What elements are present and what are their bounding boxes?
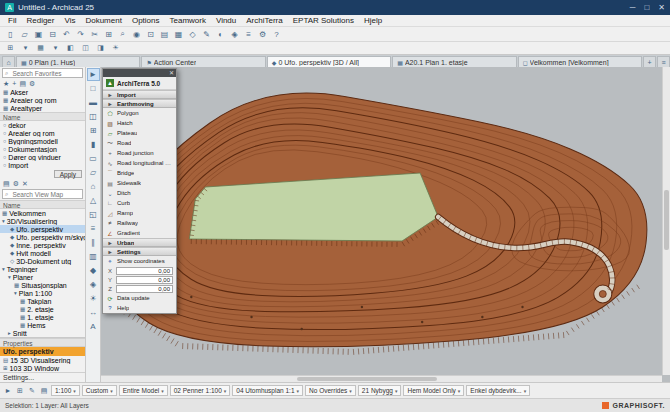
- render-icon[interactable]: ◐: [214, 28, 227, 40]
- statusbar-dropdown[interactable]: 21 Nybygg ▾: [358, 385, 402, 396]
- grid-icon[interactable]: ⊞: [15, 387, 25, 395]
- arrow-mode-icon[interactable]: ►: [3, 387, 13, 394]
- architerra-item[interactable]: ▸ Import: [103, 90, 176, 99]
- viewmap-item[interactable]: ▦ 2. etasje: [0, 305, 85, 313]
- save-icon[interactable]: ▣: [32, 28, 45, 40]
- tab-overflow-button[interactable]: ≡: [657, 56, 670, 67]
- viewmap-item[interactable]: ▸ Snitt: [0, 329, 85, 337]
- layer-item[interactable]: ○ Dokumentasjon: [0, 145, 85, 153]
- new-file-icon[interactable]: ▯: [4, 28, 17, 40]
- menu-item[interactable]: Hjelp: [359, 16, 387, 25]
- favorite-item[interactable]: ▦ Akser: [0, 88, 85, 96]
- print-icon[interactable]: ⊟: [46, 28, 59, 40]
- column-tool[interactable]: ▮: [87, 138, 100, 151]
- favorites-search-input[interactable]: [10, 69, 80, 78]
- favorite-item[interactable]: ▦ Arealtyper: [0, 104, 85, 112]
- coordinate-value[interactable]: 0,00: [116, 276, 173, 284]
- menu-item[interactable]: EPTAR Solutions: [288, 16, 359, 25]
- gear-icon[interactable]: ⚙: [13, 180, 19, 188]
- viewmap-item[interactable]: ▦ Hems: [0, 321, 85, 329]
- architerra-item[interactable]: ⌄ Ditch: [103, 188, 176, 198]
- viewmap-item[interactable]: ◆ Ufo. perspektiv: [0, 225, 85, 233]
- layer-item[interactable]: ○ dekor: [0, 121, 85, 129]
- partial-structure-icon[interactable]: ◧: [64, 43, 77, 54]
- viewmap-item[interactable]: ▾ Planer: [0, 273, 85, 281]
- zone-tool[interactable]: ◱: [87, 208, 100, 221]
- railing-tool[interactable]: ∥: [87, 236, 100, 249]
- vertical-scrollbar-thumb[interactable]: [664, 190, 669, 250]
- cut-icon[interactable]: ✂: [88, 28, 101, 40]
- maximize-button[interactable]: □: [644, 3, 649, 12]
- beam-tool[interactable]: ▭: [87, 152, 100, 165]
- roof-tool[interactable]: ⌂: [87, 180, 100, 193]
- 3d-view-icon[interactable]: ◈: [228, 28, 241, 40]
- trace-reference-icon[interactable]: ◫: [79, 43, 92, 54]
- architerra-item[interactable]: ▱ Plateau: [103, 128, 176, 138]
- horizontal-scrollbar[interactable]: [101, 375, 662, 382]
- architerra-item[interactable]: ▨ Hatch: [103, 118, 176, 128]
- chevron-down-icon[interactable]: ▾: [49, 43, 62, 54]
- architerra-item[interactable]: ▤ Sidewalk: [103, 178, 176, 188]
- home-tab-icon[interactable]: ⌂: [2, 56, 15, 67]
- text-tool[interactable]: A: [87, 320, 100, 333]
- architerra-item[interactable]: + Road junction: [103, 148, 176, 158]
- undo-icon[interactable]: ↶: [60, 28, 73, 40]
- statusbar-dropdown[interactable]: Enkel dybdevirk... ▾: [466, 385, 530, 396]
- pan-icon[interactable]: ◉: [130, 28, 143, 40]
- layer-item[interactable]: ○ Dører og vinduer: [0, 153, 85, 161]
- close-button[interactable]: ✕: [658, 3, 665, 12]
- layers-icon[interactable]: ▤: [39, 387, 49, 395]
- menu-item[interactable]: Rediger: [21, 16, 59, 25]
- viewmap-search-input[interactable]: [10, 190, 80, 199]
- folder-icon[interactable]: ▤: [19, 80, 26, 88]
- viewmap-item[interactable]: ▦ 1. etasje: [0, 313, 85, 321]
- chevron-down-icon[interactable]: ▾: [19, 43, 32, 54]
- options-gear-icon[interactable]: ⚙: [256, 28, 269, 40]
- view-tab[interactable]: ◆ 0 Ufo. perspektiv [3D / All]: [267, 56, 391, 67]
- architerra-item[interactable]: ∿ Road longitudinal section: [103, 158, 176, 168]
- layer-item[interactable]: ○ Arealer og rom: [0, 129, 85, 137]
- architerra-item[interactable]: ∠ Gradient: [103, 228, 176, 238]
- minimize-button[interactable]: ─: [630, 3, 636, 12]
- architerra-item[interactable]: ∟ Curb: [103, 198, 176, 208]
- add-favorite-icon[interactable]: +: [12, 80, 16, 87]
- window-tool[interactable]: ⊞: [87, 124, 100, 137]
- layer-item[interactable]: ○ Bygningsmodell: [0, 137, 85, 145]
- vertical-scrollbar[interactable]: [662, 67, 670, 375]
- pen-icon[interactable]: ✎: [27, 387, 37, 395]
- architerra-item[interactable]: ◿ Ramp: [103, 208, 176, 218]
- view-settings-row[interactable]: Settings...: [0, 372, 85, 382]
- open-file-icon[interactable]: ▱: [18, 28, 31, 40]
- profile-icon[interactable]: ⊞: [4, 43, 17, 54]
- dimension-tool[interactable]: ↔: [87, 306, 100, 319]
- marquee-tool[interactable]: □: [87, 82, 100, 95]
- menu-item[interactable]: ArchiTerra: [241, 16, 287, 25]
- close-icon[interactable]: ✕: [169, 70, 174, 76]
- architerra-item[interactable]: ▸ Settings: [103, 247, 176, 256]
- stair-tool[interactable]: ≡: [87, 222, 100, 235]
- statusbar-dropdown[interactable]: 1:100 ▾: [51, 385, 80, 396]
- layer-visibility-icon[interactable]: ▦: [34, 43, 47, 54]
- statusbar-dropdown[interactable]: 02 Penner 1:100 ▾: [170, 385, 231, 396]
- fit-in-window-icon[interactable]: ⊡: [144, 28, 157, 40]
- view-tab[interactable]: ⚑ Action Center: [141, 56, 265, 67]
- favorite-item[interactable]: ▦ Arealer og rom: [0, 96, 85, 104]
- object-tool[interactable]: ◈: [87, 278, 100, 291]
- curtain-wall-tool[interactable]: ▥: [87, 250, 100, 263]
- copy-icon[interactable]: ⊞: [102, 28, 115, 40]
- pen-icon[interactable]: ✎: [200, 28, 213, 40]
- statusbar-dropdown[interactable]: 04 Utomhusplan 1:1 ▾: [232, 385, 303, 396]
- layer-item[interactable]: ○ Import: [0, 161, 85, 169]
- element-snap-icon[interactable]: ◇: [186, 28, 199, 40]
- statusbar-dropdown[interactable]: Entire Model ▾: [119, 385, 168, 396]
- search-icon[interactable]: ⌕: [116, 28, 129, 40]
- wall-tool[interactable]: ▬: [87, 96, 100, 109]
- view-tab[interactable]: ▦ 0 Plan (1. Hus): [16, 56, 140, 67]
- arrow-tool[interactable]: ►: [87, 68, 100, 81]
- viewmap-item[interactable]: ▾ 3D/Visualisering: [0, 217, 85, 225]
- statusbar-dropdown[interactable]: Hem Model Only ▾: [403, 385, 464, 396]
- layers-icon[interactable]: ▤: [158, 28, 171, 40]
- architerra-item[interactable]: ⬠ Polygon: [103, 108, 176, 118]
- architerra-item[interactable]: ▸ Urban: [103, 238, 176, 247]
- viewmap-item[interactable]: ▦ Takplan: [0, 297, 85, 305]
